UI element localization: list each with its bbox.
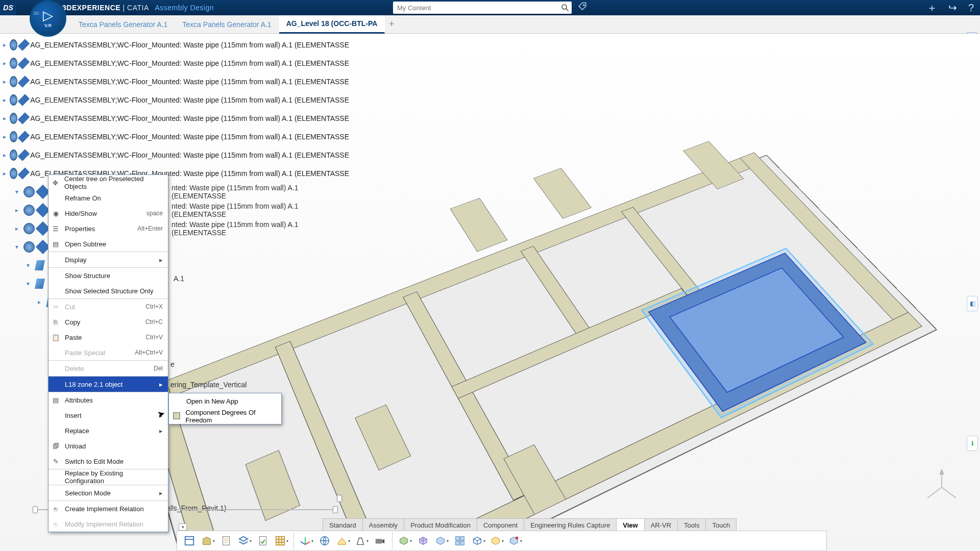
sub-component-dof[interactable]: Component Degrees Of Freedom [169,409,281,424]
ribbon-tab-touch[interactable]: Touch [705,518,737,532]
svg-rect-10 [260,537,266,545]
ribbon-tab-ar-vr[interactable]: AR-VR [644,518,678,532]
ctx-insert[interactable]: Insert ▸ [48,408,168,423]
ctx-unload[interactable]: 🗐 Unload [48,438,168,454]
ctx-label: Display [65,256,87,264]
help-icon[interactable]: ? [968,2,974,14]
expander-icon[interactable]: ▾ [24,280,32,287]
tree-node[interactable]: ▸ AG_ELEMENTASSEMBLY;WC-Floor_Mounted: W… [2,109,349,128]
blank-icon [51,270,61,281]
expander-icon[interactable]: ▸ [2,78,7,85]
ctx-selection-mode[interactable]: Selection Mode ▸ [48,485,168,500]
ctx-properties[interactable]: ☰ Properties Alt+Enter [48,221,168,236]
ctx-create-implement[interactable]: ⎋ Create Implement Relation [48,501,168,516]
ribbon-tab-engineering-rules[interactable]: Engineering Rules Capture [524,518,617,532]
ctx-attributes[interactable]: ▤ Attributes [48,392,168,408]
compass-button[interactable]: 3D ▷ V.R [30,0,66,37]
view-box-front-button[interactable]: ▾ [397,533,413,549]
ctx-show-structure[interactable]: Show Structure [48,268,168,283]
ctx-replace-existing[interactable]: Replace by Existing Configuration [48,469,168,485]
ribbon-tab-view[interactable]: View [616,518,644,532]
expander-icon[interactable]: ▸ [2,115,7,122]
ribbon-tab-product-modification[interactable]: Product Modification [404,518,477,532]
search-input[interactable] [393,4,558,12]
expander-icon[interactable]: ▸ [2,170,7,177]
ctx-show-selected-only[interactable]: Show Selected Structure Only [48,283,168,298]
expander-icon[interactable]: ▸ [13,225,20,232]
expander-icon[interactable]: ▾ [13,243,20,251]
ribbon-tab-assembly[interactable]: Assembly [362,518,404,532]
ctx-object-submenu[interactable]: L18 zone 2.1 object ▸ [48,377,168,392]
share-icon[interactable]: ↪ [948,2,957,14]
new-tab-button[interactable]: + [385,19,398,30]
ctx-reframe-on[interactable]: Reframe On [48,190,168,206]
tab-1[interactable]: Texca Panels Generator A.1 [71,15,175,34]
tab-3[interactable]: AG_Level 18 (OCC-BTL-PA [279,15,385,34]
expander-icon[interactable]: ▸ [2,96,7,104]
tree-node[interactable]: ▸ AG_ELEMENTASSEMBLY;WC-Floor_Mounted: W… [2,91,349,109]
view-box-wire-button[interactable]: ▾ [470,533,486,549]
ctx-copy[interactable]: ⎘ Copy Ctrl+C [48,314,168,330]
view-box-iso-button[interactable] [415,533,431,549]
view-box-corner-button[interactable]: ▾ [433,533,450,549]
svg-rect-7 [174,413,180,419]
ctx-center-tree[interactable]: ✥ Center tree on Preselected Objects [48,175,168,190]
view-doc-button[interactable] [218,533,234,549]
tree-node[interactable]: ▸ AG_ELEMENTASSEMBLY;WC-Floor_Mounted: W… [2,54,349,72]
nav-gizmo[interactable] [924,469,960,505]
view-box-array-button[interactable] [452,533,468,549]
search-icon[interactable] [558,2,572,14]
ctx-display[interactable]: Display ▸ [48,252,168,267]
expander-icon[interactable]: ▸ [2,133,7,140]
ctx-switch-edit[interactable]: ✎ Switch to Edit Mode [48,454,168,469]
tree-label-partial: nted: Waste pipe (115mm from wall) A.1 (… [172,184,349,200]
tag-icon[interactable] [578,2,589,13]
view-doc-check-button[interactable] [255,533,271,549]
ctx-delete[interactable]: Delete Del [48,361,168,376]
expander-icon[interactable]: ▾ [24,262,32,269]
view-box-face-button[interactable]: ▾ [488,533,505,549]
add-icon[interactable]: ＋ [927,1,937,15]
expander-icon[interactable]: ▸ [2,152,7,159]
expander-icon[interactable]: ▸ [13,207,20,214]
ctx-cut[interactable]: ✂ Cut Ctrl+X [48,299,168,314]
ribbon-tab-standard[interactable]: Standard [323,518,363,532]
sub-open-new-app[interactable]: Open in New App [169,393,281,409]
expander-icon[interactable]: ▸ [36,298,43,306]
side-widget-bottom[interactable]: ℹ [967,436,978,451]
view-globe-button[interactable] [316,533,333,549]
ribbon-dropdown-toggle[interactable]: ▾ [179,523,187,531]
side-widget-top[interactable]: ◧ [967,296,978,311]
tree-node[interactable]: ▸ AG_ELEMENTASSEMBLY;WC-Floor_Mounted: W… [2,128,349,146]
view-plane-button[interactable]: ▾ [335,533,351,549]
view-fit-all-button[interactable]: ▾ [200,533,216,549]
view-layers-button[interactable]: ▾ [236,533,253,549]
ds-logo[interactable]: DS [0,0,16,15]
ctx-paste-special[interactable]: Paste Special Alt+Ctrl+V [48,345,168,360]
tree-icon: ▤ [51,239,61,249]
ctx-paste[interactable]: 📋 Paste Ctrl+V [48,330,168,345]
view-grid-button[interactable]: ▾ [273,533,289,549]
view-camera-button[interactable] [372,533,388,549]
ribbon-tab-tools[interactable]: Tools [677,518,706,532]
tab-2[interactable]: Texca Panels Generator A.1 [175,15,279,34]
ribbon-tab-component[interactable]: Component [477,518,524,532]
svg-point-21 [515,537,518,540]
expander-icon[interactable]: ▾ [13,188,20,195]
search-wrap [393,2,572,14]
view-axes-button[interactable]: ▾ [298,533,314,549]
view-fullscreen-button[interactable] [181,533,198,549]
expander-icon[interactable]: ▸ [2,60,7,67]
tree-node[interactable]: ▸ AG_ELEMENTASSEMBLY;WC-Floor_Mounted: W… [2,72,349,91]
ctx-open-subtree[interactable]: ▤ Open Subtree [48,236,168,252]
expander-icon[interactable]: ▸ [2,41,7,48]
ctx-modify-implement[interactable]: ⎋ Modify Implement Relation [48,516,168,532]
view-box-overlay-button[interactable]: ▾ [507,533,523,549]
ctx-hide-show[interactable]: ◉ Hide/Show space [48,206,168,221]
view-perspective-button[interactable]: ▾ [353,533,370,549]
tree-node[interactable]: ▸ AG_ELEMENTASSEMBLY;WC-Floor_Mounted: W… [2,36,349,54]
gear-icon [23,186,35,197]
tree-node[interactable]: ▸ AG_ELEMENTASSEMBLY;WC-Floor_Mounted: W… [2,146,349,164]
ctx-replace[interactable]: Replace ▸ [48,423,168,438]
brand-product: CATIA [127,4,149,12]
